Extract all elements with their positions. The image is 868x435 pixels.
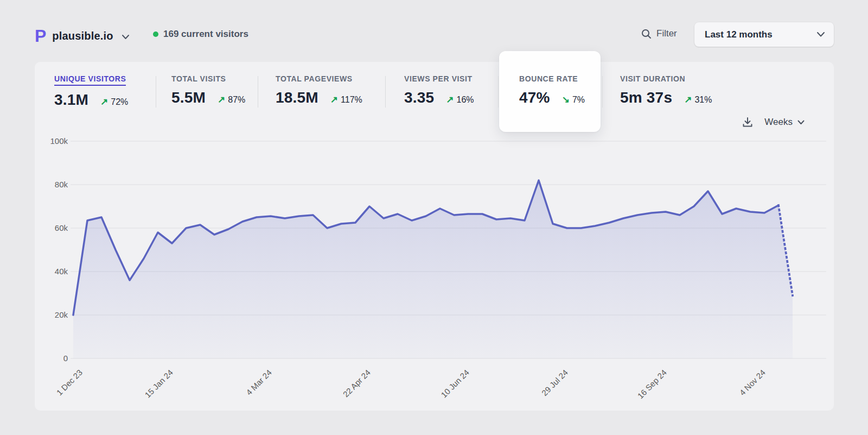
stat-change-percent: 31% [694,95,712,105]
chevron-down-icon [797,120,805,125]
stat-change-percent: 72% [111,97,128,107]
download-button[interactable] [742,116,754,128]
stat-label: TOTAL VISITS [171,74,226,83]
x-tick-label: 4 Nov 24 [738,368,767,397]
stat-divider [602,76,603,108]
stat-card-total-visits[interactable]: TOTAL VISITS 5.5M ↗ 87% [171,74,245,106]
x-tick-label: 1 Dec 23 [55,368,84,397]
date-range-value: Last 12 months [705,29,816,40]
stat-card-bounce-rate[interactable]: BOUNCE RATE 47% ↘ 7% [519,74,585,106]
date-range-select[interactable]: Last 12 months [694,22,834,47]
trend-arrow-icon: ↘ [562,94,570,105]
y-tick-label: 100k [35,136,68,147]
y-tick-label: 60k [35,223,68,234]
site-switcher[interactable]: P plausible.io [35,25,130,47]
stat-change-percent: 117% [341,95,362,105]
stat-divider [385,76,386,108]
interval-label: Weeks [764,117,793,128]
stat-change-percent: 7% [572,95,585,105]
chart-area-fill [73,180,793,358]
stat-value: 5m 37s [620,89,672,106]
current-visitors[interactable]: 169 current visitors [153,29,248,40]
x-tick-label: 22 Apr 24 [341,368,372,399]
filter-button[interactable]: Filter [641,28,677,39]
search-icon [641,29,652,39]
stat-value: 3.1M [54,91,88,109]
x-tick-label: 15 Jan 24 [143,368,175,400]
stat-card-unique-visitors[interactable]: UNIQUE VISITORS 3.1M ↗ 72% [54,74,128,109]
stat-label: VISIT DURATION [620,74,685,83]
x-tick-label: 4 Mar 24 [244,368,273,397]
stat-card-views-per-visit[interactable]: VIEWS PER VISIT 3.35 ↗ 16% [404,74,474,106]
stat-value: 47% [519,89,550,106]
topbar: P plausible.io 169 current visitors Filt… [0,0,868,60]
y-tick-label: 20k [35,310,68,320]
x-tick-label: 16 Sep 24 [636,368,668,400]
x-tick-label: 29 Jul 24 [540,368,570,398]
x-tick-label: 10 Jun 24 [439,368,471,400]
stat-card-total-pageviews[interactable]: TOTAL PAGEVIEWS 18.5M ↗ 117% [276,74,362,106]
chevron-down-icon [122,34,130,40]
stat-value: 5.5M [171,89,206,106]
stat-divider [498,76,499,108]
filter-label: Filter [656,28,677,39]
dashboard-panel: UNIQUE VISITORS 3.1M ↗ 72% TOTAL VISITS … [35,62,834,411]
stat-label: TOTAL PAGEVIEWS [276,74,353,83]
chart-controls: Weeks [742,116,805,128]
stat-divider [156,76,156,108]
download-icon [742,116,754,128]
trend-arrow-icon: ↗ [446,94,454,105]
stat-label: VIEWS PER VISIT [404,74,473,83]
stat-change-percent: 87% [228,95,245,105]
stat-value: 18.5M [276,89,318,106]
y-tick-label: 80k [35,179,68,190]
chart-canvas [71,136,826,364]
plausible-logo-icon: P [35,26,46,46]
y-tick-label: 0 [35,353,68,364]
chevron-down-icon [816,31,825,37]
stat-change-percent: 16% [457,95,474,105]
stat-divider [258,76,258,108]
interval-picker[interactable]: Weeks [764,117,805,128]
live-dot-icon [153,31,158,37]
trend-arrow-icon: ↗ [330,94,338,105]
trend-arrow-icon: ↗ [100,96,108,108]
stats-row: UNIQUE VISITORS 3.1M ↗ 72% TOTAL VISITS … [35,74,834,124]
trend-arrow-icon: ↗ [218,94,225,105]
stat-label: BOUNCE RATE [519,74,578,83]
stat-value: 3.35 [404,89,434,106]
site-name: plausible.io [52,30,113,42]
trend-arrow-icon: ↗ [684,94,692,105]
stat-card-visit-duration[interactable]: VISIT DURATION 5m 37s ↗ 31% [620,74,712,106]
stat-label: UNIQUE VISITORS [54,74,126,86]
y-tick-label: 40k [35,266,68,277]
current-visitors-label: 169 current visitors [163,29,248,40]
